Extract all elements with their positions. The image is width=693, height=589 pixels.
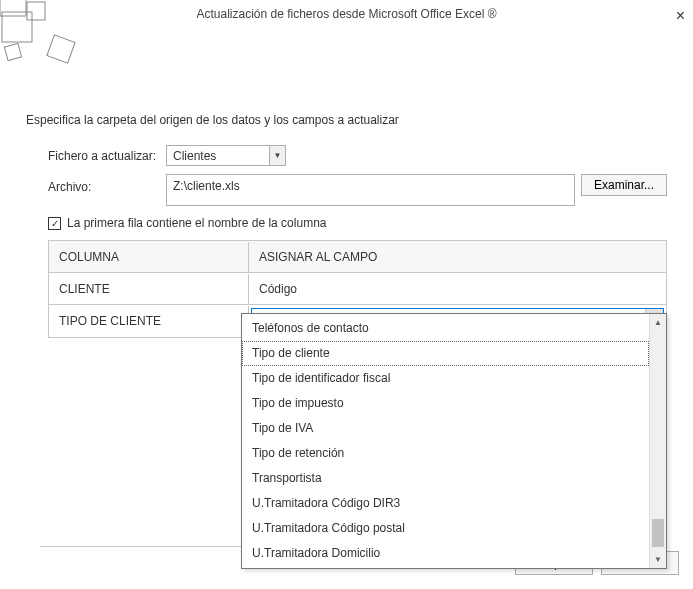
cell-tipo-de-cliente: TIPO DE CLIENTE <box>49 306 249 336</box>
scroll-up-icon[interactable]: ▲ <box>650 314 666 331</box>
assign-field-dropdown[interactable]: Teléfonos de contactoTipo de clienteTipo… <box>241 313 667 569</box>
dropdown-option[interactable]: Transportista <box>242 466 649 491</box>
cell-codigo: Código <box>249 274 666 304</box>
first-row-header-checkbox[interactable]: ✓ <box>48 217 61 230</box>
dropdown-option[interactable]: U.Tramitadora Domicilio <box>242 541 649 566</box>
dropdown-option[interactable]: Tipo de identificador fiscal <box>242 366 649 391</box>
archive-label: Archivo: <box>48 174 166 194</box>
archive-path-input[interactable]: Z:\cliente.xls <box>166 174 575 206</box>
dropdown-option[interactable]: Tipo de retención <box>242 441 649 466</box>
cell-cliente: CLIENTE <box>49 274 249 304</box>
table-header-row: COLUMNA ASIGNAR AL CAMPO <box>49 241 666 273</box>
dropdown-option[interactable]: Tipo de impuesto <box>242 391 649 416</box>
window-title: Actualización de ficheros desde Microsof… <box>196 7 496 21</box>
scroll-thumb[interactable] <box>652 519 664 547</box>
title-bar: Actualización de ficheros desde Microsof… <box>0 0 693 28</box>
file-to-update-combo[interactable]: Clientes ▼ <box>166 145 286 166</box>
header-asignar: ASIGNAR AL CAMPO <box>249 242 666 272</box>
dropdown-option[interactable]: U.Tramitadora Código postal <box>242 516 649 541</box>
dropdown-option[interactable]: Teléfonos de contacto <box>242 316 649 341</box>
dropdown-option[interactable]: U.Tramitadora Código DIR3 <box>242 491 649 516</box>
archive-path-value: Z:\cliente.xls <box>173 179 240 193</box>
scrollbar[interactable]: ▲ ▼ <box>649 314 666 568</box>
browse-button[interactable]: Examinar... <box>581 174 667 196</box>
table-row[interactable]: CLIENTE Código <box>49 273 666 305</box>
file-to-update-label: Fichero a actualizar: <box>48 149 166 163</box>
close-icon[interactable]: × <box>676 2 685 30</box>
dropdown-option[interactable]: Tipo de IVA <box>242 416 649 441</box>
header-columna: COLUMNA <box>49 242 249 272</box>
scroll-down-icon[interactable]: ▼ <box>650 551 666 568</box>
file-to-update-value: Clientes <box>167 149 269 163</box>
chevron-down-icon[interactable]: ▼ <box>269 146 285 165</box>
instruction-text: Especifica la carpeta del origen de los … <box>26 113 667 127</box>
dropdown-option[interactable]: Tipo de cliente <box>242 341 649 366</box>
first-row-header-label: La primera fila contiene el nombre de la… <box>67 216 326 230</box>
